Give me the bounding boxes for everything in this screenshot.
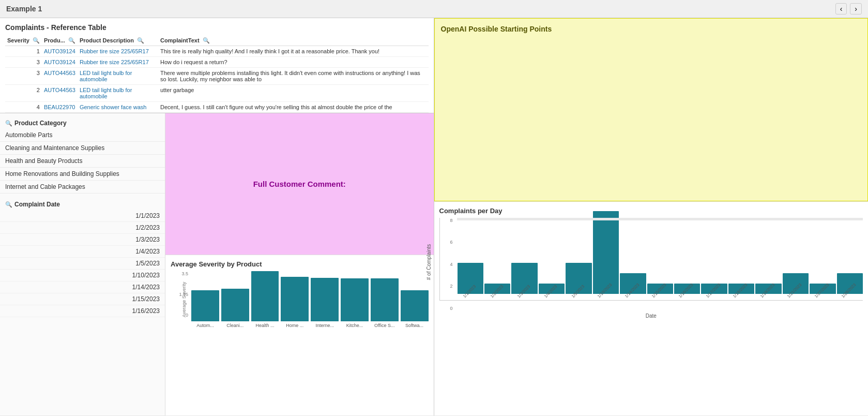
filter-panel: 🔍 Product Category Automobile PartsClean… (0, 113, 165, 415)
avg-severity-bar (251, 271, 279, 321)
productdesc-search-icon[interactable]: 🔍 (137, 37, 144, 43)
col-complaint-text: ComplaintText 🔍 (158, 36, 429, 46)
product-category-title: 🔍 Product Category (0, 117, 165, 129)
complaints-per-day-section: Complaints per Day 86420 1/1/2023 1/2/20… (434, 201, 869, 415)
category-filter-item[interactable]: Automobile Parts (0, 129, 165, 142)
avg-severity-bar (281, 277, 309, 321)
date-filter-item[interactable]: 1/16/2023 (0, 305, 165, 317)
avg-severity-bar-group: Interne... (311, 278, 339, 328)
bottom-left: 🔍 Product Category Automobile PartsClean… (0, 113, 434, 415)
date-filter-item[interactable]: 1/2/2023 (0, 222, 165, 234)
severity-search-icon[interactable]: 🔍 (33, 37, 40, 43)
date-filter-item[interactable]: 1/14/2023 (0, 281, 165, 293)
category-filter-item[interactable]: Health and Beauty Products (0, 155, 165, 168)
avg-severity-bar (221, 289, 249, 321)
avg-severity-bar-group: Autom... (191, 290, 219, 328)
avg-severity-bar-group: Home ... (281, 277, 309, 328)
category-filter-item[interactable]: Home Renovations and Building Supplies (0, 168, 165, 181)
cpd-chart-container: 86420 1/1/2023 1/2/2023 1/3/2023 1/4/202… (439, 218, 863, 321)
product-id-cell: AUTO39124 (42, 57, 78, 68)
cpd-y-axis-title: # of Complaints (426, 244, 432, 279)
complaint-text-cell: This tire is really high quality! And I … (158, 46, 429, 57)
avg-severity-bar (341, 278, 369, 321)
date-filter-item[interactable]: 1/1/2023 (0, 210, 165, 222)
cpd-y-label: 4 (450, 262, 452, 267)
avg-severity-bar-label: Cleani... (226, 323, 243, 328)
avg-severity-bar-label: Kitche... (346, 323, 363, 328)
avg-severity-y-axis-title: Average Severity (181, 282, 187, 317)
avg-severity-bar (401, 290, 429, 321)
openai-title: OpenAI Possible Starting Points (441, 25, 862, 33)
date-filter-item[interactable]: 1/5/2023 (0, 258, 165, 270)
table-row[interactable]: 3 AUTO44563 LED tail light bulb for auto… (5, 68, 429, 85)
avg-severity-bar-label: Softwa... (405, 323, 423, 328)
complaint-text-cell: There were multiple problems installing … (158, 68, 429, 85)
severity-cell: 4 (5, 102, 42, 113)
full-comment-label: Full Customer Comment: (253, 180, 346, 188)
top-bar: Example 1 ‹ › (0, 0, 868, 18)
product-desc-cell: LED tail light bulb for automobile (78, 68, 158, 85)
avg-severity-bar-label: Office S... (374, 323, 394, 328)
avg-severity-bar (371, 278, 399, 321)
complaint-text-cell: Decent, I guess. I still can't figure ou… (158, 102, 429, 113)
product-id-cell: AUTO44563 (42, 68, 78, 85)
product-desc-cell: Rubber tire size 225/65R17 (78, 46, 158, 57)
next-button[interactable]: › (850, 3, 862, 14)
category-filter-icon: 🔍 (5, 120, 12, 127)
product-id-cell: BEAU22970 (42, 102, 78, 113)
table-row[interactable]: 3 AUTO39124 Rubber tire size 225/65R17 H… (5, 57, 429, 68)
severity-cell: 3 (5, 68, 42, 85)
cpd-y-label: 2 (450, 284, 452, 289)
severity-cell: 2 (5, 85, 42, 102)
category-filter-item[interactable]: Cleaning and Maintenance Supplies (0, 142, 165, 155)
date-filter-item[interactable]: 1/3/2023 (0, 234, 165, 246)
table-row[interactable]: 4 BEAU22970 Generic shower face wash Dec… (5, 102, 429, 113)
right-of-filter: Full Customer Comment: Average Severity … (165, 113, 434, 415)
productid-search-icon[interactable]: 🔍 (68, 37, 75, 43)
product-desc-cell: Rubber tire size 225/65R17 (78, 57, 158, 68)
table-row[interactable]: 1 AUTO39124 Rubber tire size 225/65R17 T… (5, 46, 429, 57)
avg-severity-bar (311, 278, 339, 321)
complaint-text-cell: utter garbage (158, 85, 429, 102)
grid-line (457, 220, 863, 220)
complaint-search-icon[interactable]: 🔍 (203, 37, 210, 43)
col-severity: Severity 🔍 (5, 36, 42, 46)
avg-severity-title: Average Severity by Product (171, 260, 429, 268)
full-comment-box: Full Customer Comment: (165, 113, 434, 255)
avg-severity-bar-label: Autom... (196, 323, 214, 328)
date-filter-item[interactable]: 1/4/2023 (0, 246, 165, 258)
ref-table-section: Complaints - Reference Table Severity 🔍 … (0, 18, 434, 113)
avg-severity-bar-group: Cleani... (221, 289, 249, 328)
avg-severity-bars: Autom... Cleani... Health ... Home ... I… (191, 271, 429, 328)
product-desc-cell: LED tail light bulb for automobile (78, 85, 158, 102)
ref-table-title: Complaints - Reference Table (5, 23, 429, 32)
avg-severity-bar-label: Home ... (286, 323, 303, 328)
cpd-y-label: 0 (450, 306, 452, 311)
product-id-cell: AUTO44563 (42, 85, 78, 102)
cpd-y-label: 6 (450, 240, 452, 245)
category-filter-item[interactable]: Internet and Cable Packages (0, 181, 165, 194)
avg-severity-bar-label: Health ... (256, 323, 275, 328)
category-filter-list: Automobile PartsCleaning and Maintenance… (0, 129, 165, 194)
ref-table: Severity 🔍 Produ... 🔍 Product Descriptio… (5, 36, 429, 113)
avg-severity-bar-group: Office S... (371, 278, 399, 328)
table-row[interactable]: 2 AUTO44563 LED tail light bulb for auto… (5, 85, 429, 102)
avg-severity-bar (191, 290, 219, 321)
cpd-y-labels: 86420 (439, 218, 455, 311)
date-filter-icon: 🔍 (5, 201, 12, 208)
complaint-date-title: 🔍 Complaint Date (0, 199, 165, 210)
date-filter-item[interactable]: 1/10/2023 (0, 270, 165, 281)
page-title: Example 1 (6, 5, 42, 13)
nav-buttons: ‹ › (835, 3, 862, 14)
cpd-x-axis-title: Date (439, 313, 863, 319)
date-filter-item[interactable]: 1/15/2023 (0, 293, 165, 305)
date-filter-list: 1/1/20231/2/20231/3/20231/4/20231/5/2023… (0, 210, 165, 317)
avg-severity-section: Average Severity by Product 3.5 1.75 0 A… (165, 255, 434, 415)
avg-severity-bar-group: Softwa... (401, 290, 429, 328)
severity-cell: 3 (5, 57, 42, 68)
severity-cell: 1 (5, 46, 42, 57)
prev-button[interactable]: ‹ (835, 3, 847, 14)
avg-severity-bar-label: Interne... (315, 323, 334, 328)
right-panel: OpenAI Possible Starting Points Complain… (434, 18, 869, 415)
avg-severity-bar-group: Kitche... (341, 278, 369, 328)
